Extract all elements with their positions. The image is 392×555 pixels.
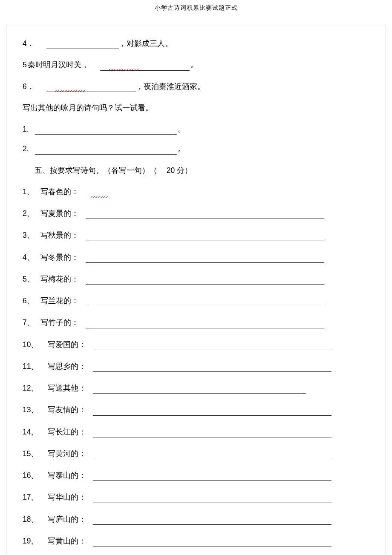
blank-input-item-12[interactable] [93, 385, 306, 394]
item-10-number: 10、 [23, 339, 38, 350]
item-18-number: 18、 [23, 514, 38, 525]
line-4-text-after: ，对影成三人。 [119, 38, 173, 49]
item-row-17: 17、 写华山的： [23, 492, 369, 503]
blank-input-extra-2[interactable] [35, 146, 177, 154]
item-7-line [86, 317, 369, 328]
item-12-line [93, 382, 369, 394]
item-16-label: 写泰山的： [48, 470, 86, 481]
item-16-number: 16、 [23, 470, 38, 481]
item-4-number: 4、 [23, 252, 35, 263]
item-1-number: 1、 [23, 186, 35, 197]
item-row-1: 1、 写春色的： [23, 186, 369, 197]
item-15-label: 写黄河的： [48, 448, 86, 459]
fill-line-6: 6． ，夜泊秦淮近酒家。 [23, 81, 369, 92]
item-10-line [93, 339, 369, 350]
blank-input-item-5[interactable] [86, 276, 324, 285]
blank-input-line-6[interactable] [46, 84, 136, 92]
item-5-number: 5、 [23, 273, 35, 285]
item-14-number: 14、 [23, 426, 38, 437]
blank-with-error-mark [100, 59, 190, 70]
blank-input-item-16[interactable] [93, 473, 331, 481]
blank-input-item-7[interactable] [86, 320, 324, 328]
blank-input-item-6[interactable] [86, 298, 324, 306]
item-17-line [93, 492, 369, 503]
line-6-text-after: ，夜泊秦淮近酒家。 [136, 81, 205, 92]
item-row-19: 19、 写黄山的： [23, 535, 369, 546]
item-row-14: 14、 写长江的： [23, 426, 369, 437]
blank-input-item-15[interactable] [93, 451, 331, 459]
prompt-other-moon-lines: 写出其他的咏月的诗句吗？试一试看。 [23, 102, 369, 113]
item-13-line [93, 404, 369, 415]
item-11-line [93, 361, 369, 372]
blank-input-item-10[interactable] [93, 342, 331, 350]
item-3-line [86, 230, 369, 241]
blank-with-error-mark [46, 81, 136, 92]
item-row-18: 18、 写庐山的： [23, 514, 369, 525]
item-19-line [93, 535, 369, 546]
item-row-7: 7、 写竹子的： [23, 317, 369, 328]
extra-1-tail: 。 [178, 124, 185, 135]
item-14-line [93, 426, 369, 437]
item-row-11: 11、 写思乡的： [23, 361, 369, 372]
item-13-label: 写友情的： [48, 404, 86, 415]
extra-1-number: 1. [23, 124, 29, 135]
item-6-number: 6、 [23, 295, 35, 306]
header-title: 小学古诗词积累比赛试题正式 [155, 4, 238, 11]
blank-input-item-4[interactable] [86, 255, 324, 263]
item-12-label: 写送其他： [48, 382, 86, 394]
item-15-number: 15、 [23, 448, 38, 459]
item-11-number: 11、 [23, 361, 38, 372]
item-6-label: 写兰花的： [40, 295, 79, 306]
item-1-line [86, 186, 369, 197]
blank-input-item-14[interactable] [93, 429, 331, 437]
item-17-number: 17、 [23, 492, 38, 503]
item-19-label: 写黄山的： [48, 535, 86, 546]
item-12-number: 12、 [23, 382, 38, 394]
item-row-16: 16、 写泰山的： [23, 470, 369, 481]
section-5-points-number: 20 [167, 166, 175, 175]
blank-input-item-2[interactable] [86, 211, 324, 219]
item-row-4: 4、 写冬景的： [23, 252, 369, 263]
blank-input-item-18[interactable] [93, 517, 331, 525]
blank-input-item-13[interactable] [93, 407, 331, 415]
item-7-number: 7、 [23, 317, 35, 328]
item-7-label: 写竹子的： [40, 317, 79, 328]
item-2-label: 写夏景的： [40, 208, 79, 219]
line-5-number: 5 [23, 59, 27, 70]
item-11-label: 写思乡的： [48, 361, 86, 372]
extra-line-1: 1. 。 [23, 124, 369, 135]
line-4-number: 4． [23, 38, 35, 49]
blank-input-item-3[interactable] [86, 233, 324, 241]
section-5-points-suffix: 分） [177, 166, 192, 175]
item-5-label: 写梅花的： [40, 273, 79, 285]
extra-2-number: 2. [23, 143, 29, 154]
blank-input-extra-1[interactable] [35, 127, 177, 135]
item-row-10: 10、 写爱国的： [23, 339, 369, 350]
item-3-number: 3、 [23, 230, 35, 241]
blank-input-item-11[interactable] [93, 364, 331, 372]
page-running-header: 小学古诗词积累比赛试题正式 [0, 0, 392, 12]
extra-2-tail: 。 [178, 143, 185, 154]
line-5-text-after: 。 [190, 59, 198, 70]
line-5-text-before: 秦时明月汉时关， [28, 59, 89, 70]
item-3-label: 写秋景的： [40, 230, 79, 241]
item-10-label: 写爱国的： [48, 339, 86, 350]
fill-line-4: 4． ，对影成三人。 [23, 38, 369, 49]
fill-line-5: 5 秦时明月汉时关， 。 [23, 59, 369, 70]
blank-input-item-17[interactable] [93, 495, 331, 503]
item-14-label: 写长江的： [48, 426, 86, 437]
section-5-title-pre: 五、按要求写诗句。（各写一句）（ [35, 166, 157, 175]
item-row-6: 6、 写兰花的： [23, 295, 369, 306]
blank-input-line-4[interactable] [46, 41, 119, 49]
item-1-label: 写春色的： [40, 186, 79, 197]
item-2-line [86, 208, 369, 219]
blank-input-item-19[interactable] [93, 538, 331, 546]
section-5-title: 五、按要求写诗句。（各写一句）（ 20 分） [35, 165, 369, 176]
blank-input-line-5[interactable] [100, 62, 190, 70]
item-4-label: 写冬景的： [40, 252, 79, 263]
item-2-number: 2、 [23, 208, 35, 219]
line-6-number: 6． [23, 81, 35, 92]
item-18-label: 写庐山的： [48, 514, 86, 525]
item-4-line [86, 252, 369, 263]
item-17-label: 写华山的： [48, 492, 86, 503]
